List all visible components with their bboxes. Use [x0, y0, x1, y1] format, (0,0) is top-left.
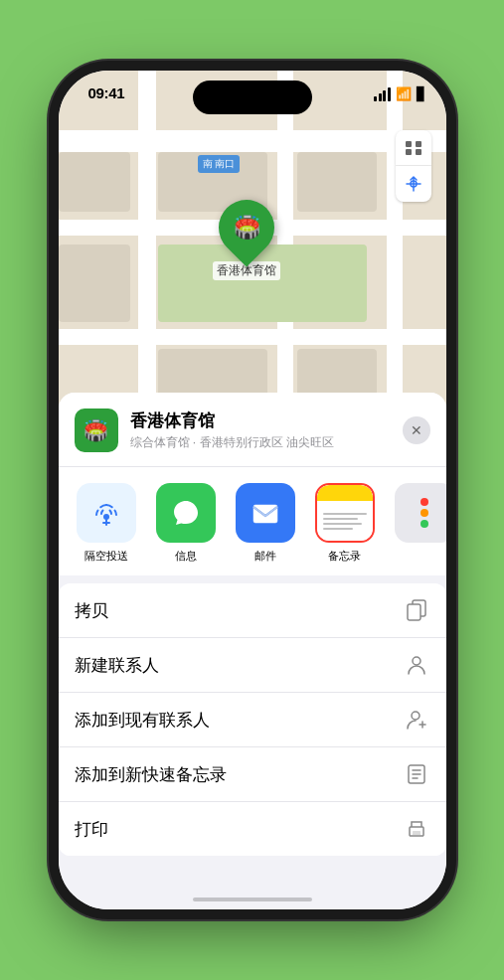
mail-label: 邮件 [254, 549, 276, 564]
airdrop-icon [77, 483, 136, 543]
pin-icon: 🏟️ [207, 188, 285, 266]
action-new-contact-label: 新建联系人 [75, 654, 403, 677]
svg-rect-3 [416, 149, 421, 155]
svg-rect-0 [406, 141, 412, 147]
notes-top-bar [317, 485, 373, 501]
venue-subtitle: 综合体育馆 · 香港特别行政区 油尖旺区 [130, 434, 391, 451]
location-button[interactable] [396, 166, 431, 202]
svg-rect-1 [416, 141, 421, 147]
notes-lines [317, 501, 373, 541]
venue-pin[interactable]: 🏟️ 香港体育馆 [213, 200, 280, 280]
map-entrance-label: 南 南口 [198, 155, 241, 173]
notes-add-icon [403, 760, 430, 788]
action-copy-label: 拷贝 [75, 599, 403, 622]
pin-inner-icon: 🏟️ [233, 215, 259, 241]
share-row: 隔空投送 信息 [59, 467, 446, 575]
share-item-more[interactable] [393, 483, 446, 543]
notes-line-4 [323, 528, 354, 530]
airdrop-label: 隔空投送 [84, 549, 128, 564]
action-row-print[interactable]: 打印 [59, 802, 446, 856]
status-time: 09:41 [88, 84, 125, 101]
notes-line-3 [323, 523, 363, 525]
dot-red [420, 498, 428, 506]
more-icon [395, 483, 446, 543]
svg-rect-2 [406, 149, 412, 155]
notes-icon [315, 483, 375, 543]
print-icon [403, 815, 430, 843]
signal-bars-icon [374, 87, 391, 101]
battery-icon: ▊ [417, 86, 426, 101]
map-controls [396, 130, 431, 202]
status-icons: 📶 ▊ [374, 86, 426, 101]
svg-point-12 [413, 657, 420, 665]
svg-rect-11 [408, 604, 420, 620]
notes-label: 备忘录 [328, 549, 361, 564]
venue-title: 香港体育馆 [130, 409, 391, 432]
svg-point-13 [412, 712, 420, 720]
signal-bar-1 [374, 96, 377, 101]
signal-bar-4 [388, 87, 391, 101]
action-section: 拷贝 新建联系人 添 [59, 583, 446, 856]
close-button[interactable]: ✕ [403, 416, 430, 444]
notes-icon-inner [317, 485, 373, 541]
action-row-new-contact[interactable]: 新建联系人 [59, 638, 446, 693]
signal-bar-3 [383, 90, 386, 101]
action-row-add-existing[interactable]: 添加到现有联系人 [59, 693, 446, 747]
notes-line-2 [323, 518, 358, 520]
map-block-5 [59, 152, 130, 212]
share-item-messages[interactable]: 信息 [154, 483, 218, 564]
mail-icon [236, 483, 295, 543]
venue-info: 香港体育馆 综合体育馆 · 香港特别行政区 油尖旺区 [130, 409, 391, 451]
more-dots-icon [420, 498, 428, 528]
share-item-mail[interactable]: 邮件 [234, 483, 297, 564]
signal-bar-2 [379, 93, 382, 101]
copy-icon [403, 596, 430, 624]
action-row-copy[interactable]: 拷贝 [59, 583, 446, 638]
notes-line-1 [323, 513, 367, 515]
dot-orange [420, 509, 428, 517]
action-row-add-notes[interactable]: 添加到新快速备忘录 [59, 747, 446, 802]
messages-label: 信息 [175, 549, 197, 564]
share-item-airdrop[interactable]: 隔空投送 [75, 483, 138, 564]
entrance-label-text: 南 南口 [203, 158, 236, 169]
venue-header: 🏟️ 香港体育馆 综合体育馆 · 香港特别行政区 油尖旺区 ✕ [59, 393, 446, 467]
person-add-icon [403, 706, 430, 734]
share-item-notes[interactable]: 备忘录 [313, 483, 377, 564]
person-icon [403, 651, 430, 679]
svg-rect-16 [413, 831, 420, 835]
action-add-notes-label: 添加到新快速备忘录 [75, 763, 403, 786]
action-add-existing-label: 添加到现有联系人 [75, 709, 403, 732]
home-indicator [193, 898, 312, 901]
map-block-2 [297, 152, 377, 212]
map-type-button[interactable] [396, 130, 431, 166]
action-print-label: 打印 [75, 818, 403, 841]
wifi-icon: 📶 [396, 86, 412, 101]
dynamic-island [193, 81, 312, 114]
bottom-sheet: 🏟️ 香港体育馆 综合体育馆 · 香港特别行政区 油尖旺区 ✕ [59, 393, 446, 909]
dot-green [420, 520, 428, 528]
messages-icon [156, 483, 216, 543]
phone-frame: 09:41 📶 ▊ 南 南口 [59, 71, 446, 909]
venue-logo: 🏟️ [75, 408, 118, 452]
map-block-6 [59, 245, 130, 322]
